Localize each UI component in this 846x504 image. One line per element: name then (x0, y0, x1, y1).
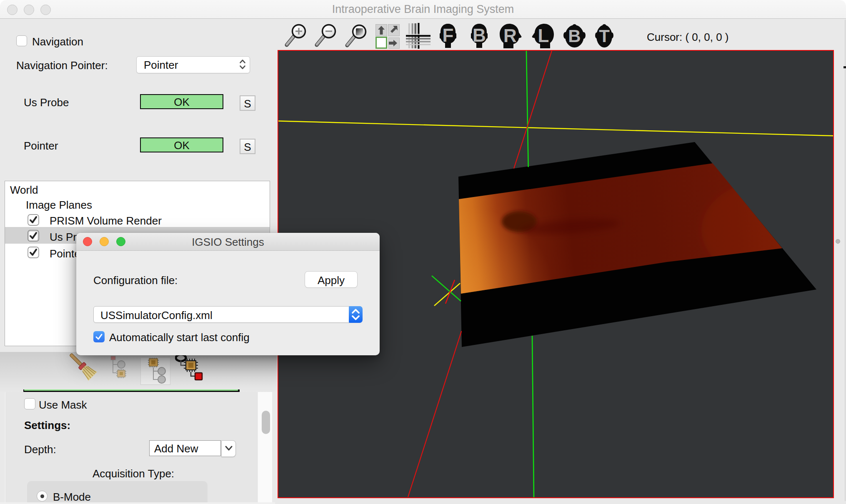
svg-text:T: T (599, 26, 610, 46)
svg-text:B: B (473, 25, 486, 45)
svg-text:B: B (568, 26, 581, 46)
svg-text:F: F (443, 25, 454, 45)
svg-text:R: R (503, 25, 517, 46)
svg-text:L: L (538, 25, 549, 46)
